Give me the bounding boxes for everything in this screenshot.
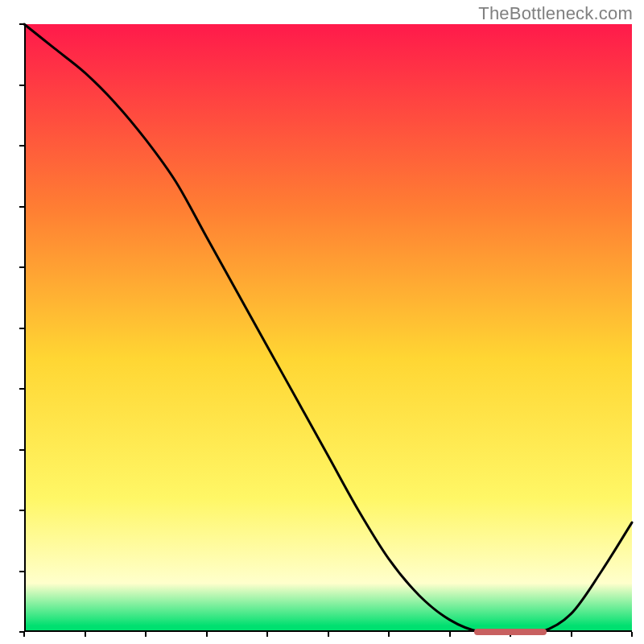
axis-tick	[206, 632, 208, 637]
axis-tick	[571, 632, 572, 637]
axis-tick	[19, 631, 24, 633]
axis-tick	[388, 632, 390, 637]
axis-tick	[145, 632, 147, 637]
axis-tick	[19, 328, 24, 329]
axis-tick	[266, 632, 268, 637]
axis-tick	[19, 23, 24, 25]
axis-tick	[19, 510, 24, 511]
axis-tick	[328, 632, 329, 637]
axis-tick	[631, 632, 633, 637]
watermark-text: TheBottleneck.com	[478, 3, 633, 24]
axis-tick	[19, 206, 24, 208]
axis-tick	[19, 449, 24, 451]
chart-plot-area	[24, 24, 632, 632]
chart-curve	[24, 24, 632, 632]
axis-tick	[19, 571, 24, 572]
y-axis-line	[24, 24, 26, 632]
chart-optimal-range-marker	[474, 629, 547, 635]
axis-tick	[19, 85, 24, 86]
axis-tick	[85, 632, 86, 637]
axis-tick	[19, 145, 24, 147]
axis-tick	[19, 388, 24, 390]
axis-tick	[449, 632, 451, 637]
axis-tick	[19, 266, 24, 268]
